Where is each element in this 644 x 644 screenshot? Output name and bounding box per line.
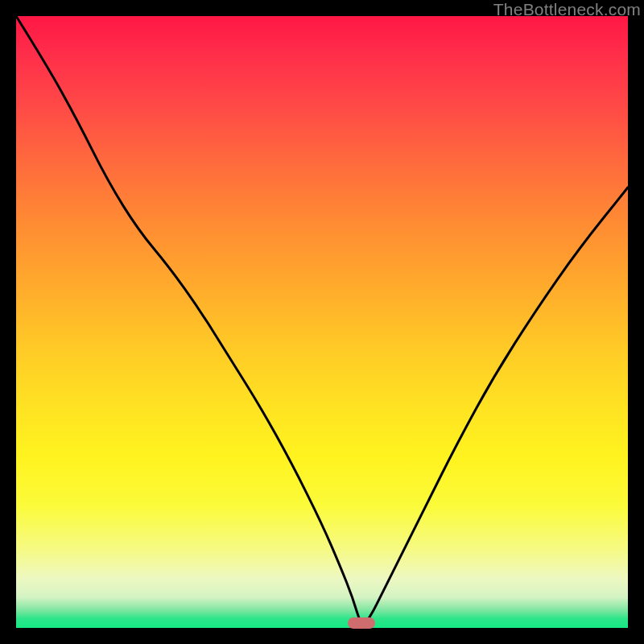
plot-area — [16, 16, 628, 628]
chart-frame: TheBottleneck.com — [0, 0, 644, 644]
watermark-text: TheBottleneck.com — [493, 0, 641, 19]
bottleneck-curve — [16, 16, 628, 628]
optimum-marker — [348, 617, 375, 629]
